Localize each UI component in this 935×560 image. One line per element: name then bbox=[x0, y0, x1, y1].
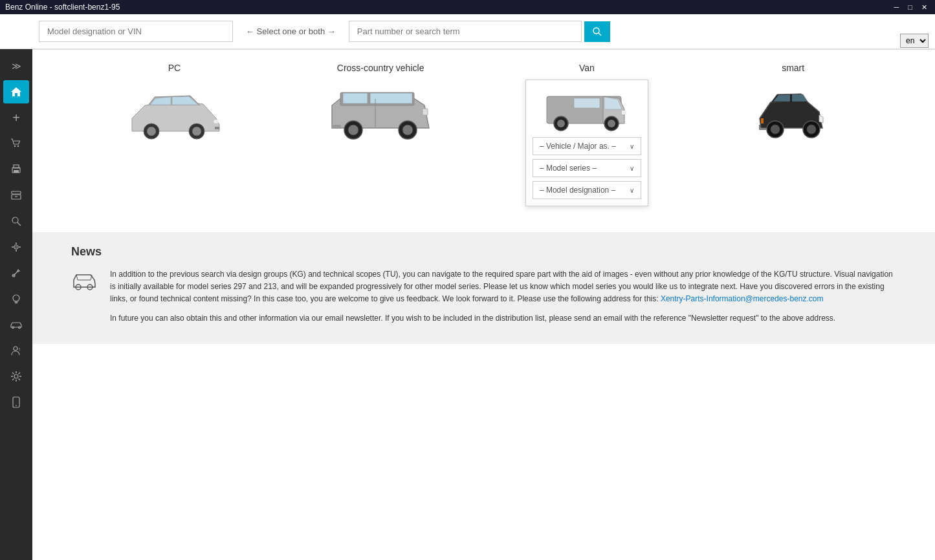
van-car-svg bbox=[542, 87, 632, 132]
language-selector[interactable]: en de zh bbox=[900, 34, 929, 48]
cart-icon bbox=[10, 138, 22, 149]
svg-line-1 bbox=[599, 33, 601, 36]
svg-point-24 bbox=[14, 347, 17, 350]
title-bar: Benz Online - softclient-benz1-95 ─ □ ✕ bbox=[0, 0, 935, 14]
svg-rect-49 bbox=[423, 109, 428, 115]
sidebar-expand[interactable]: ≫ bbox=[3, 54, 29, 78]
window-title: Benz Online - softclient-benz1-95 bbox=[5, 3, 120, 12]
van-dropdown-designation[interactable]: – Model designation – ∨ bbox=[533, 181, 641, 199]
bulb-icon bbox=[10, 293, 22, 305]
svg-point-62 bbox=[807, 125, 816, 134]
main-content: PC bbox=[32, 49, 935, 560]
sidebar-item-add[interactable]: + bbox=[3, 106, 29, 129]
pc-image bbox=[116, 80, 232, 151]
vehicle-category-suv[interactable]: Cross-country vehicle bbox=[309, 63, 452, 151]
svg-point-60 bbox=[771, 125, 780, 134]
smart-image bbox=[735, 80, 852, 151]
svg-rect-63 bbox=[761, 118, 764, 124]
svg-line-34 bbox=[12, 379, 14, 381]
user-alert-icon: ! bbox=[10, 345, 22, 356]
svg-point-4 bbox=[17, 145, 19, 147]
svg-rect-58 bbox=[622, 111, 626, 114]
van-dropdown-series-label: – Model series – bbox=[540, 164, 597, 173]
close-button[interactable]: ✕ bbox=[919, 3, 930, 12]
svg-point-0 bbox=[593, 28, 599, 34]
svg-point-56 bbox=[608, 120, 615, 127]
archive-icon bbox=[10, 189, 22, 201]
search-icon bbox=[592, 27, 602, 37]
pc-car-svg bbox=[119, 83, 229, 147]
gear-wrench-icon bbox=[10, 241, 22, 253]
svg-rect-8 bbox=[12, 191, 21, 194]
svg-point-14 bbox=[16, 246, 17, 248]
news-email-link[interactable]: Xentry-Parts-Information@mercedes-benz.c… bbox=[661, 294, 824, 303]
sidebar-item-cart[interactable] bbox=[3, 132, 29, 155]
svg-rect-7 bbox=[14, 170, 19, 173]
vehicle-category-smart[interactable]: smart bbox=[722, 63, 864, 151]
mobile-icon bbox=[12, 396, 20, 408]
svg-marker-2 bbox=[11, 87, 21, 96]
news-paragraph-1: In addition to the previous search via d… bbox=[110, 268, 896, 306]
sidebar-item-mobile[interactable] bbox=[3, 391, 29, 414]
van-dropdown-vehicle[interactable]: – Vehicle / Major as. – ∨ bbox=[533, 137, 641, 155]
svg-point-46 bbox=[348, 125, 358, 135]
vehicle-category-van[interactable]: Van bbox=[516, 63, 658, 206]
home-icon bbox=[10, 86, 22, 98]
search-button[interactable] bbox=[584, 21, 610, 42]
maximize-button[interactable]: □ bbox=[905, 3, 915, 12]
search-header: ← Select one or both → en de zh bbox=[0, 14, 935, 49]
car-icon bbox=[10, 320, 23, 329]
smart-car-svg bbox=[742, 83, 845, 147]
sidebar-item-search[interactable] bbox=[3, 210, 29, 233]
svg-point-3 bbox=[14, 145, 16, 147]
svg-line-12 bbox=[17, 222, 21, 226]
vehicle-categories: PC bbox=[32, 50, 935, 219]
suv-label: Cross-country vehicle bbox=[337, 63, 424, 73]
news-body: In addition to the previous search via d… bbox=[71, 268, 896, 325]
sidebar-item-carcheck[interactable] bbox=[3, 313, 29, 336]
svg-line-32 bbox=[19, 379, 21, 381]
news-section: News In addition to the previous search … bbox=[32, 232, 935, 344]
svg-line-31 bbox=[12, 372, 14, 374]
sidebar-item-tools[interactable] bbox=[3, 261, 29, 285]
sidebar-item-settings[interactable] bbox=[3, 365, 29, 388]
news-car-icon bbox=[71, 271, 97, 296]
news-content: In addition to the previous search via d… bbox=[110, 268, 896, 325]
vin-input[interactable] bbox=[39, 21, 233, 42]
svg-rect-43 bbox=[343, 93, 368, 103]
magnifier-icon bbox=[10, 215, 22, 227]
sidebar-item-repair[interactable] bbox=[3, 235, 29, 259]
settings-icon bbox=[10, 371, 22, 382]
svg-rect-57 bbox=[574, 98, 600, 108]
news-title: News bbox=[71, 245, 896, 259]
van-card: – Vehicle / Major as. – ∨ – Model series… bbox=[525, 80, 648, 206]
car-news-icon bbox=[71, 271, 97, 290]
news-paragraph-2: In future you can also obtain this and o… bbox=[110, 312, 896, 325]
suv-car-svg bbox=[322, 80, 439, 151]
sidebar-item-user-alert[interactable]: ! bbox=[3, 339, 29, 362]
svg-line-33 bbox=[19, 372, 21, 374]
chevron-down-icon: ∨ bbox=[630, 143, 634, 150]
svg-point-41 bbox=[214, 120, 219, 124]
tool-icon bbox=[10, 267, 22, 279]
part-search-input[interactable] bbox=[349, 21, 582, 42]
sidebar-item-lamp[interactable] bbox=[3, 287, 29, 310]
minimize-button[interactable]: ─ bbox=[892, 3, 902, 12]
suv-image bbox=[322, 80, 439, 151]
body-layout: ≫ + bbox=[0, 49, 935, 560]
svg-point-54 bbox=[557, 120, 565, 127]
vehicle-category-pc[interactable]: PC bbox=[103, 63, 245, 151]
chevron-down-icon-3: ∨ bbox=[630, 187, 634, 194]
sidebar-item-print[interactable] bbox=[3, 158, 29, 181]
van-dropdown-series[interactable]: – Model series – ∨ bbox=[533, 159, 641, 177]
svg-point-48 bbox=[402, 125, 413, 135]
svg-point-26 bbox=[14, 374, 18, 378]
sidebar: ≫ + bbox=[0, 49, 32, 560]
svg-text:!: ! bbox=[19, 347, 20, 352]
svg-rect-51 bbox=[332, 125, 341, 129]
svg-point-11 bbox=[12, 217, 18, 223]
sidebar-item-home[interactable] bbox=[3, 80, 29, 103]
print-icon bbox=[10, 164, 22, 175]
sidebar-item-archive[interactable] bbox=[3, 184, 29, 207]
smart-label: smart bbox=[782, 63, 804, 73]
